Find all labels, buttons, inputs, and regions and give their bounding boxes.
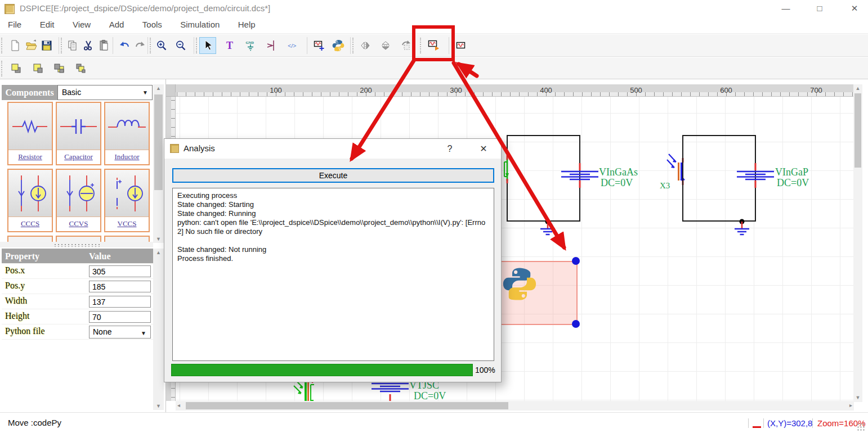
menu-view[interactable]: View	[65, 17, 99, 34]
component-label[interactable]: VCCS	[105, 217, 149, 231]
component-card-vccs[interactable]: VCCS	[104, 169, 150, 232]
component-category-select[interactable]: Basic ▼	[57, 85, 153, 100]
scroll-up-icon[interactable]: ▲	[153, 250, 164, 255]
component-label[interactable]: CCVS	[57, 217, 100, 231]
paste-icon	[98, 39, 110, 52]
toolbar-drag-handle[interactable]	[1, 61, 3, 76]
dialog-title-bar[interactable]: Analysis ? ✕	[164, 139, 501, 159]
component-card-resistor[interactable]: Resistor	[7, 102, 53, 165]
toolbar-drag-handle[interactable]	[1, 38, 3, 53]
open-file-button[interactable]	[23, 37, 39, 54]
properties-header-row: Property Value	[2, 249, 153, 264]
height-field[interactable]	[89, 311, 151, 323]
run-analysis-button[interactable]	[426, 37, 442, 54]
undo-button[interactable]	[116, 37, 133, 54]
component-label[interactable]: Capacitor	[57, 150, 100, 164]
dialog-help-button[interactable]: ?	[441, 142, 458, 156]
app-icon	[5, 4, 15, 14]
menu-file[interactable]: File	[0, 17, 29, 34]
component-card-inductor[interactable]: Inductor	[104, 102, 150, 165]
toolbar-drag-handle[interactable]	[150, 38, 152, 53]
save-button[interactable]	[38, 37, 55, 54]
toolbar-drag-handle[interactable]	[352, 38, 355, 53]
property-label: Pos.y	[5, 281, 25, 291]
posx-field[interactable]	[89, 265, 151, 277]
zoom-in-icon	[155, 39, 168, 52]
component-label[interactable]: Inductor	[105, 150, 149, 164]
flip-horizontal-button[interactable]	[357, 37, 374, 54]
menu-tools[interactable]: Tools	[135, 17, 170, 34]
menu-help[interactable]: Help	[230, 17, 263, 34]
menu-simulation[interactable]: Simulation	[172, 17, 227, 34]
toolbar-drag-handle[interactable]	[196, 38, 198, 53]
rotate-icon	[400, 39, 412, 52]
scrollbar-thumb[interactable]	[186, 402, 508, 409]
scrollbar-thumb[interactable]	[854, 93, 861, 168]
python-script-button[interactable]	[330, 37, 347, 54]
probe-tool-button[interactable]	[263, 37, 280, 54]
components-scrollbar[interactable]: ▲ ▼	[153, 84, 164, 243]
new-waveform-button[interactable]	[311, 37, 328, 54]
close-button[interactable]: ✕	[848, 2, 861, 15]
code-tool-button[interactable]: </>	[285, 37, 302, 54]
svg-text:T: T	[226, 40, 233, 51]
python-file-value: None	[93, 327, 111, 336]
vertical-scrollbar[interactable]: ▲ ▼	[853, 84, 862, 402]
text-tool-button[interactable]: T	[221, 37, 238, 54]
redo-button[interactable]	[132, 37, 149, 54]
ruler-label: 200	[360, 86, 372, 94]
component-card-cccs[interactable]: CCCS	[7, 169, 53, 232]
toolbar-drag-handle[interactable]	[420, 38, 422, 53]
select-cursor-button[interactable]	[199, 37, 216, 54]
menu-edit[interactable]: Edit	[32, 17, 62, 34]
copy-button[interactable]	[64, 37, 81, 54]
ruler-label: 700	[810, 86, 822, 94]
new-file-button[interactable]	[7, 37, 24, 54]
bring-forward-button[interactable]	[51, 60, 68, 77]
scroll-left-icon[interactable]: ◂	[177, 402, 180, 408]
panel-splitter[interactable]	[0, 242, 153, 247]
send-to-back-button[interactable]	[29, 60, 46, 77]
status-separator	[763, 418, 764, 428]
minimize-button[interactable]: —	[779, 2, 793, 15]
properties-scrollbar[interactable]: ▲ ▼	[153, 249, 164, 410]
python-icon	[332, 39, 344, 52]
zoom-out-button[interactable]	[172, 37, 189, 54]
ground-tool-button[interactable]: GND	[242, 37, 259, 54]
zoom-in-button[interactable]	[153, 37, 170, 54]
scroll-down-icon[interactable]: ▼	[853, 395, 862, 400]
redo-icon	[134, 39, 146, 52]
wire-color-indicator	[753, 426, 761, 428]
horizontal-scrollbar[interactable]: ◂ ▸	[176, 401, 854, 411]
bring-to-front-button[interactable]	[8, 60, 25, 77]
paste-button[interactable]	[96, 37, 113, 54]
scroll-up-icon[interactable]: ▲	[153, 85, 164, 91]
zoom-out-icon	[175, 39, 187, 52]
component-card-ccvs[interactable]: CCVS	[56, 169, 101, 232]
rotate-button[interactable]	[397, 37, 414, 54]
menu-add[interactable]: Add	[101, 17, 132, 34]
component-label[interactable]: Resistor	[8, 150, 52, 164]
python-file-select[interactable]: None ▼	[89, 326, 151, 339]
component-card-capacitor[interactable]: Capacitor	[56, 102, 101, 165]
splitter-grip-icon	[53, 243, 101, 247]
scrollbar-thumb[interactable]	[154, 94, 163, 190]
status-separator	[812, 418, 813, 428]
cut-button[interactable]	[80, 37, 97, 54]
maximize-button[interactable]: □	[813, 2, 826, 15]
scroll-right-icon[interactable]: ▸	[849, 402, 852, 408]
execute-button[interactable]: Execute	[172, 168, 494, 183]
waveform-viewer-button[interactable]	[453, 37, 469, 54]
width-field[interactable]	[89, 296, 151, 308]
component-label[interactable]: CCCS	[8, 217, 52, 231]
send-backward-button[interactable]	[72, 60, 89, 77]
scroll-down-icon[interactable]: ▼	[153, 403, 164, 409]
posy-field[interactable]	[89, 281, 151, 292]
toolbar-drag-handle[interactable]	[61, 38, 63, 53]
scroll-up-icon[interactable]: ▲	[853, 85, 862, 91]
resize-grip[interactable]	[857, 423, 865, 431]
analysis-log[interactable]: Executing process State changed: Startin…	[172, 188, 494, 361]
flip-vertical-button[interactable]	[377, 37, 394, 54]
dialog-close-button[interactable]: ✕	[475, 142, 492, 156]
scroll-down-icon[interactable]: ▼	[153, 236, 164, 242]
